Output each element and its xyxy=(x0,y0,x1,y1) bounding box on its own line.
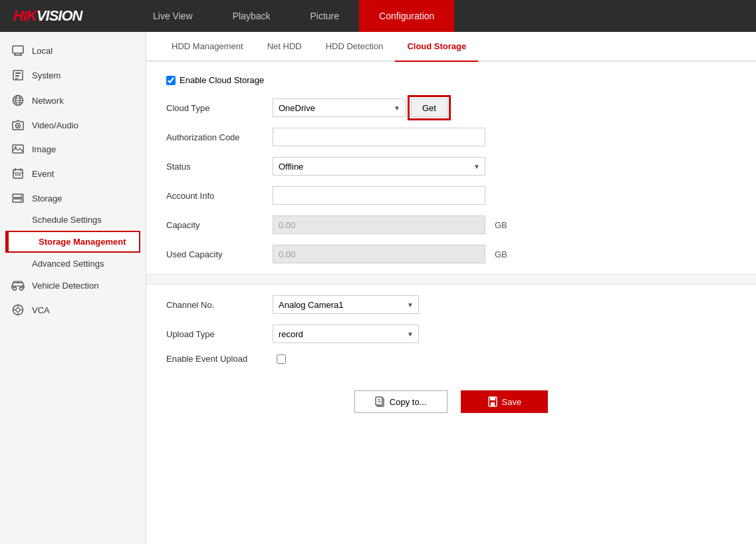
channel-no-select-wrapper: Analog Camera1 Analog Camera2 IP Camera1… xyxy=(273,295,419,314)
sidebar-label-system: System xyxy=(32,70,61,80)
sidebar-label-network: Network xyxy=(32,96,64,106)
used-capacity-control: GB xyxy=(273,245,507,263)
status-select[interactable]: Offline Online xyxy=(273,157,485,176)
monitor-icon xyxy=(11,45,25,56)
sidebar-item-system[interactable]: System xyxy=(0,63,146,88)
account-info-input[interactable] xyxy=(273,186,485,205)
enable-cloud-label: Enable Cloud Storage xyxy=(180,75,264,85)
event-icon xyxy=(11,168,25,180)
upload-type-row: Upload Type record capture ▼ xyxy=(166,325,736,343)
nav-playback[interactable]: Playback xyxy=(213,0,291,32)
vca-icon xyxy=(11,304,25,316)
channel-no-control: Analog Camera1 Analog Camera2 IP Camera1… xyxy=(273,295,419,314)
nav-items: Live View Playback Picture Configuration xyxy=(133,0,756,32)
svg-rect-44 xyxy=(491,402,495,406)
logo-vision: VISION xyxy=(37,7,82,25)
sidebar-item-storage[interactable]: Storage xyxy=(0,186,146,210)
auth-code-label: Authorization Code xyxy=(166,132,273,142)
svg-rect-23 xyxy=(19,174,21,176)
sidebar-label-vca: VCA xyxy=(32,305,50,315)
form-cloud-storage: Enable Cloud Storage Cloud Type OneDrive… xyxy=(146,62,756,440)
logo: HIKVISION xyxy=(0,0,133,32)
svg-point-33 xyxy=(16,308,20,312)
channel-no-select[interactable]: Analog Camera1 Analog Camera2 IP Camera1 xyxy=(273,295,419,314)
tab-net-hdd[interactable]: Net HDD xyxy=(255,32,314,62)
sidebar-item-local[interactable]: Local xyxy=(0,39,146,63)
svg-rect-17 xyxy=(13,170,23,178)
logo-hik: HIK xyxy=(13,7,37,25)
svg-rect-5 xyxy=(15,72,21,74)
sidebar-label-event: Event xyxy=(32,169,54,179)
save-button[interactable]: Save xyxy=(461,390,549,413)
tab-hdd-management[interactable]: HDD Management xyxy=(160,32,255,62)
sidebar-item-vehicle-detection[interactable]: Vehicle Detection xyxy=(0,273,146,297)
svg-point-29 xyxy=(20,287,23,291)
used-capacity-label: Used Capacity xyxy=(166,249,273,259)
sidebar: Local System Network Video/Audio Image xyxy=(0,32,146,544)
cloud-type-control: OneDrive Dropbox Google Drive ▼ Get xyxy=(273,98,447,117)
get-button[interactable]: Get xyxy=(411,98,447,117)
sidebar-item-network[interactable]: Network xyxy=(0,88,146,113)
cloud-type-select[interactable]: OneDrive Dropbox Google Drive xyxy=(273,98,406,117)
svg-rect-43 xyxy=(490,397,495,400)
auth-code-control xyxy=(273,128,485,146)
auth-code-row: Authorization Code xyxy=(166,128,736,146)
enable-cloud-row: Enable Cloud Storage xyxy=(166,75,736,85)
copy-to-button[interactable]: Copy to... xyxy=(354,390,447,413)
enable-event-label: Enable Event Upload xyxy=(166,354,273,364)
copy-icon xyxy=(375,396,386,407)
tab-cloud-storage[interactable]: Cloud Storage xyxy=(395,32,478,62)
storage-management-wrapper: Storage Management xyxy=(5,231,140,253)
nav-configuration[interactable]: Configuration xyxy=(359,0,454,32)
status-control: Offline Online ▼ xyxy=(273,157,485,176)
enable-event-checkbox[interactable] xyxy=(277,354,286,364)
cloud-type-label: Cloud Type xyxy=(166,103,273,113)
enable-cloud-checkbox[interactable] xyxy=(166,76,176,85)
svg-point-27 xyxy=(21,200,22,202)
capacity-input[interactable] xyxy=(273,215,485,234)
sidebar-item-event[interactable]: Event xyxy=(0,161,146,186)
tab-bar: HDD Management Net HDD HDD Detection Clo… xyxy=(146,32,756,62)
sidebar-item-videoaudio[interactable]: Video/Audio xyxy=(0,113,146,137)
channel-no-label: Channel No. xyxy=(166,300,273,310)
nav-picture[interactable]: Picture xyxy=(290,0,359,32)
cloud-type-row: Cloud Type OneDrive Dropbox Google Drive… xyxy=(166,98,736,117)
status-label: Status xyxy=(166,162,273,172)
bottom-bar: Copy to... Save xyxy=(166,377,736,426)
used-capacity-input[interactable] xyxy=(273,245,485,263)
tab-hdd-detection[interactable]: HDD Detection xyxy=(314,32,396,62)
upload-type-select-wrapper: record capture ▼ xyxy=(273,325,419,343)
svg-point-28 xyxy=(13,287,17,291)
capacity-control: GB xyxy=(273,215,507,234)
used-capacity-row: Used Capacity GB xyxy=(166,245,736,263)
sidebar-sub-storage-management[interactable]: Storage Management xyxy=(7,232,139,251)
upload-type-select[interactable]: record capture xyxy=(273,325,419,343)
upload-type-label: Upload Type xyxy=(166,329,273,339)
system-icon xyxy=(11,69,25,81)
sidebar-label-vehicle-detection: Vehicle Detection xyxy=(32,281,98,291)
nav-liveview[interactable]: Live View xyxy=(133,0,213,32)
copy-to-label: Copy to... xyxy=(390,397,427,407)
status-select-wrapper: Offline Online ▼ xyxy=(273,157,485,176)
channel-no-row: Channel No. Analog Camera1 Analog Camera… xyxy=(166,295,736,314)
sidebar-label-local: Local xyxy=(32,46,53,56)
svg-rect-22 xyxy=(17,174,19,176)
sidebar-item-vca[interactable]: VCA xyxy=(0,297,146,323)
enable-event-row: Enable Event Upload xyxy=(166,354,736,364)
section-divider xyxy=(146,274,756,285)
svg-point-26 xyxy=(21,196,22,197)
image-icon xyxy=(11,144,25,154)
upload-type-control: record capture ▼ xyxy=(273,325,419,343)
vehicle-icon xyxy=(11,280,25,291)
save-icon xyxy=(487,396,498,407)
sidebar-item-image[interactable]: Image xyxy=(0,137,146,161)
save-label: Save xyxy=(502,397,522,407)
sidebar-sub-schedule-settings[interactable]: Schedule Settings xyxy=(0,210,146,229)
camera-icon xyxy=(11,120,25,130)
account-info-control xyxy=(273,186,485,205)
main-layout: Local System Network Video/Audio Image xyxy=(0,32,756,544)
sidebar-label-image: Image xyxy=(32,144,56,154)
auth-code-input[interactable] xyxy=(273,128,485,146)
used-capacity-unit: GB xyxy=(495,249,507,259)
sidebar-sub-advanced-settings[interactable]: Advanced Settings xyxy=(0,254,146,273)
